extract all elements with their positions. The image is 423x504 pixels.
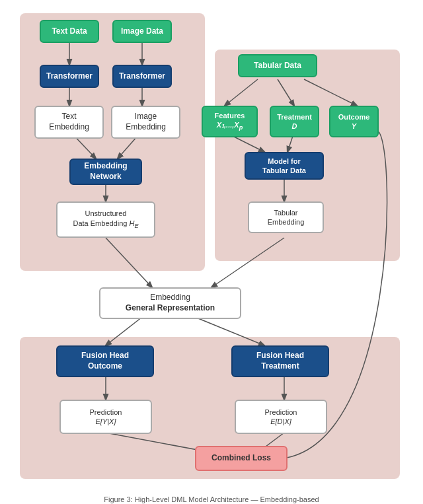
embedding-network-node: EmbeddingNetwork [69, 159, 142, 185]
features-node: FeaturesX₁,...,Xp [202, 106, 258, 137]
outcome-node: OutcomeY [329, 106, 379, 137]
combined-loss-node: Combined Loss [195, 446, 288, 471]
image-data-node: Image Data [112, 20, 172, 43]
model-tabular-node: Model forTabular Data [245, 152, 324, 180]
unstructured-embedding-node: UnstructuredData Embedding HE [56, 201, 155, 238]
tabular-data-node: Tabular Data [238, 54, 317, 77]
transformer-right-node: Transformer [112, 65, 172, 88]
transformer-left-node: Transformer [40, 65, 99, 88]
fusion-head-treatment-node: Fusion HeadTreatment [231, 345, 329, 377]
text-data-node: Text Data [40, 20, 99, 43]
text-embedding-node: TextEmbedding [34, 106, 104, 139]
prediction-treatment-node: PredictionE[D|X] [235, 400, 327, 434]
treatment-node: TreatmentD [270, 106, 319, 137]
prediction-outcome-node: PredictionE[Y|X] [59, 400, 152, 434]
fusion-head-outcome-node: Fusion HeadOutcome [56, 345, 154, 377]
figure-caption: Figure 3: High-Level DML Model Architect… [20, 495, 403, 503]
tabular-embedding-node: TabularEmbedding [248, 201, 324, 233]
embedding-general-node: EmbeddingGeneral Representation [99, 287, 241, 319]
image-embedding-node: ImageEmbedding [111, 106, 180, 139]
